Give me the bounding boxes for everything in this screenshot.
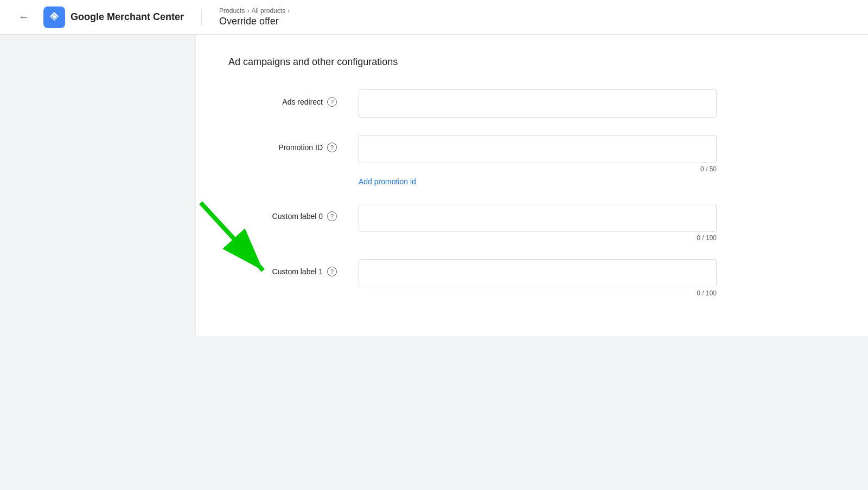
form-row-custom-label-0: Custom label 0 ? 0 / 100 [228, 204, 835, 242]
main-wrapper: Ad campaigns and other configurations Ad… [195, 35, 868, 490]
form-label-group-custom-label-0: Custom label 0 ? [228, 204, 337, 221]
header: ← Google Merchant Center Products › All … [0, 0, 868, 35]
header-divider [201, 9, 202, 26]
custom-label-1-label: Custom label 1 [272, 267, 323, 276]
custom-label-0-label: Custom label 0 [272, 212, 323, 221]
ads-redirect-help-icon[interactable]: ? [327, 97, 337, 107]
svg-point-1 [53, 15, 56, 18]
custom-label-1-char-count: 0 / 100 [359, 289, 717, 297]
ads-redirect-label: Ads redirect [282, 98, 323, 106]
breadcrumb-all-products: All products [251, 7, 285, 15]
promotion-id-field-group: 0 / 50 Add promotion id [359, 135, 717, 186]
form-row-custom-label-1: Custom label 1 ? 0 / 100 [228, 259, 835, 297]
form-label-group-promotion-id: Promotion ID ? [228, 135, 337, 152]
back-button[interactable]: ← [13, 7, 35, 28]
add-promotion-id-link[interactable]: Add promotion id [359, 177, 416, 186]
custom-label-0-input[interactable] [359, 204, 717, 232]
promotion-id-input[interactable] [359, 135, 717, 163]
sidebar [0, 35, 195, 490]
breadcrumb-chevron-2: › [288, 7, 290, 15]
custom-label-0-char-count: 0 / 100 [359, 234, 717, 242]
form-row-promotion-id: Promotion ID ? 0 / 50 Add promotion id [228, 135, 835, 186]
form-row-ads-redirect: Ads redirect ? [228, 89, 835, 118]
promotion-id-char-count: 0 / 50 [359, 165, 717, 173]
ads-redirect-field-group [359, 89, 717, 118]
main-content: Ad campaigns and other configurations Ad… [195, 35, 868, 336]
promotion-id-help-icon[interactable]: ? [327, 143, 337, 152]
custom-label-1-input[interactable] [359, 259, 717, 287]
breadcrumb-path: Products › All products › [219, 7, 290, 15]
breadcrumb-chevron-1: › [247, 7, 249, 15]
app-logo: Google Merchant Center [43, 7, 184, 28]
form-label-group-custom-label-1: Custom label 1 ? [228, 259, 337, 276]
page-layout: Ad campaigns and other configurations Ad… [0, 35, 868, 490]
custom-label-0-field-group: 0 / 100 [359, 204, 717, 242]
back-icon: ← [18, 11, 29, 23]
promotion-id-label: Promotion ID [278, 143, 323, 152]
custom-label-0-help-icon[interactable]: ? [327, 211, 337, 221]
breadcrumb: Products › All products › Override offer [219, 7, 290, 27]
custom-label-1-help-icon[interactable]: ? [327, 267, 337, 276]
logo-icon [43, 7, 65, 28]
ads-redirect-input[interactable] [359, 89, 717, 118]
page-title: Override offer [219, 16, 290, 27]
breadcrumb-products: Products [219, 7, 245, 15]
form-label-group-ads-redirect: Ads redirect ? [228, 89, 337, 107]
app-name: Google Merchant Center [71, 11, 184, 23]
custom-label-1-field-group: 0 / 100 [359, 259, 717, 297]
section-title: Ad campaigns and other configurations [228, 56, 835, 68]
